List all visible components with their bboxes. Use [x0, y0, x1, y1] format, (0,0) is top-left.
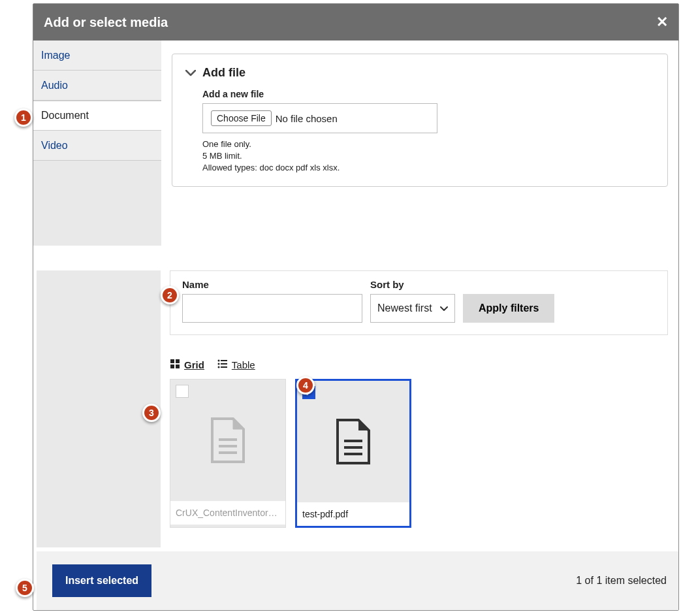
- svg-rect-0: [170, 359, 174, 363]
- constraint-line: 5 MB limit.: [202, 150, 654, 162]
- insert-selected-button[interactable]: Insert selected: [52, 564, 151, 597]
- apply-filters-button[interactable]: Apply filters: [463, 294, 554, 323]
- dialog-header: Add or select media ✕: [33, 4, 678, 41]
- annotation-badge-3: 3: [142, 404, 161, 422]
- chevron-down-icon: [440, 302, 448, 314]
- annotation-badge-1: 1: [14, 108, 33, 127]
- media-item-name: test-pdf.pdf: [297, 502, 409, 526]
- add-file-panel: Add file Add a new file Choose File No f…: [161, 41, 678, 246]
- svg-rect-9: [221, 366, 227, 368]
- annotation-badge-4: 4: [296, 376, 315, 395]
- document-icon: [335, 419, 372, 464]
- svg-rect-5: [221, 360, 227, 361]
- sidebar-spacer: [37, 270, 161, 547]
- media-grid: CrUX_ContentInventor… test-pdf.pdf: [170, 379, 668, 528]
- tab-document[interactable]: Document: [33, 101, 161, 131]
- constraint-line: Allowed types: doc docx pdf xls xlsx.: [202, 162, 654, 174]
- tab-image[interactable]: Image: [33, 41, 161, 71]
- upper-section: Image Audio Document Video Add file Add …: [33, 41, 678, 246]
- file-input[interactable]: Choose File No file chosen: [202, 103, 437, 133]
- no-file-chosen-text: No file chosen: [276, 113, 338, 124]
- sort-by-label: Sort by: [370, 279, 455, 290]
- file-constraints: One file only. 5 MB limit. Allowed types…: [202, 138, 654, 174]
- media-thumbnail: [170, 380, 285, 501]
- add-file-box: Add file Add a new file Choose File No f…: [172, 54, 668, 187]
- name-filter-label: Name: [182, 279, 362, 290]
- media-item[interactable]: CrUX_ContentInventor…: [170, 379, 286, 528]
- list-icon: [217, 359, 228, 371]
- svg-point-6: [217, 363, 219, 365]
- chevron-down-icon: [185, 68, 196, 78]
- tab-spacer: [33, 161, 161, 246]
- add-media-dialog: Add or select media ✕ Image Audio Docume…: [33, 3, 679, 611]
- close-button[interactable]: ✕: [656, 14, 668, 31]
- add-new-file-label: Add a new file: [202, 89, 654, 99]
- svg-point-8: [217, 366, 219, 368]
- media-item-selected[interactable]: test-pdf.pdf: [295, 379, 411, 528]
- selected-count: 1 of 1 item selected: [576, 575, 667, 587]
- view-grid[interactable]: Grid: [170, 359, 204, 371]
- media-item-checkbox[interactable]: [176, 385, 189, 398]
- media-item-name: CrUX_ContentInventor…: [170, 501, 285, 525]
- svg-rect-2: [170, 365, 174, 368]
- lower-section: Name Sort by Newest first Apply filters: [33, 270, 678, 547]
- media-type-tabs: Image Audio Document Video: [33, 41, 161, 246]
- sort-by-value: Newest first: [377, 302, 432, 314]
- annotation-badge-2: 2: [161, 286, 179, 304]
- media-thumbnail: [297, 381, 409, 502]
- view-table[interactable]: Table: [217, 359, 255, 371]
- svg-rect-1: [176, 359, 180, 363]
- sort-by-select[interactable]: Newest first: [370, 294, 455, 323]
- view-table-label: Table: [232, 359, 255, 370]
- svg-point-4: [217, 360, 219, 362]
- dialog-footer: Insert selected 1 of 1 item selected: [37, 551, 678, 610]
- document-icon: [210, 417, 246, 463]
- filter-bar: Name Sort by Newest first Apply filters: [170, 270, 668, 335]
- svg-rect-7: [221, 363, 227, 365]
- tab-audio[interactable]: Audio: [33, 71, 161, 101]
- name-filter-input[interactable]: [182, 294, 362, 323]
- dialog-title: Add or select media: [44, 15, 168, 30]
- add-file-header[interactable]: Add file: [185, 66, 654, 80]
- view-switcher: Grid Table: [170, 359, 668, 371]
- constraint-line: One file only.: [202, 138, 654, 150]
- view-grid-label: Grid: [184, 359, 204, 370]
- tab-video[interactable]: Video: [33, 131, 161, 161]
- svg-rect-3: [176, 365, 180, 368]
- choose-file-button[interactable]: Choose File: [211, 110, 272, 126]
- grid-icon: [170, 359, 180, 371]
- annotation-badge-5: 5: [16, 579, 34, 597]
- add-file-section-title: Add file: [202, 66, 245, 80]
